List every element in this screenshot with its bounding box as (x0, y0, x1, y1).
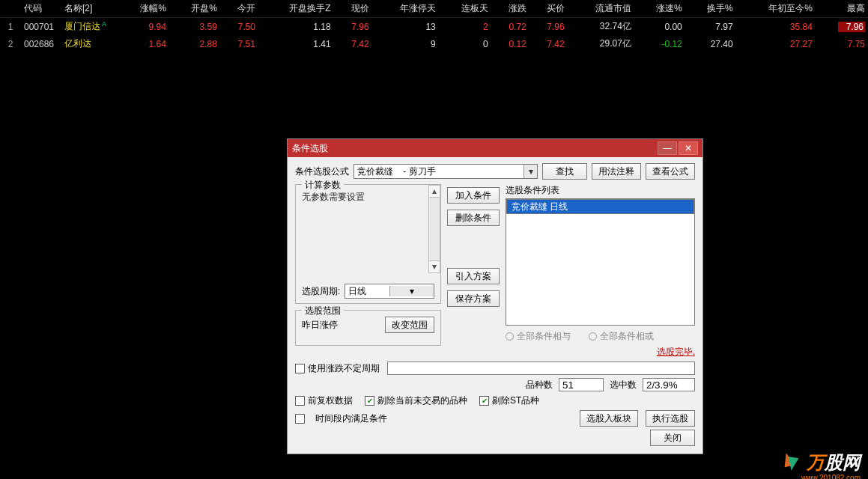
radio-or[interactable]: 全部条件相或 (589, 330, 654, 343)
col-header[interactable]: 换手% (685, 0, 736, 18)
cell: 27.27 (736, 35, 816, 52)
cell: 7.75 (816, 35, 868, 52)
cell: 13 (372, 18, 439, 36)
formula-input[interactable] (354, 165, 523, 178)
close-button[interactable]: 关闭 (650, 430, 695, 446)
params-scrollbar[interactable]: ▴ ▾ (428, 185, 440, 273)
chevron-down-icon[interactable]: ▾ (523, 165, 537, 178)
col-header[interactable]: 年涨停天 (372, 0, 439, 18)
close-icon[interactable]: ✕ (679, 141, 698, 155)
condition-listbox[interactable]: 竞价裁缝 日线 (506, 198, 695, 326)
cell: 35.84 (736, 18, 816, 36)
excl-st-label: 剔除ST品种 (492, 394, 539, 407)
import-plan-button[interactable]: 引入方案 (447, 268, 500, 284)
col-header[interactable] (0, 0, 21, 18)
cell: 29.07亿 (568, 35, 634, 52)
params-group: 计算参数 无参数需要设置 ▴ ▾ 选股周期: 日线 ▾ (295, 184, 441, 304)
cell: 000701 (21, 18, 61, 36)
chevron-down-icon[interactable]: ▾ (389, 286, 434, 296)
scroll-down-icon[interactable]: ▾ (429, 260, 440, 272)
variety-count-label: 品种数 (526, 379, 553, 391)
in-period-label: 时间段内满足条件 (315, 412, 387, 425)
cell: 1.64 (118, 35, 169, 52)
formula-combo[interactable]: ▾ (353, 164, 538, 179)
cell: 7.96 (816, 18, 868, 36)
find-button[interactable]: 查找 (542, 163, 587, 180)
cell: 1.18 (258, 18, 334, 36)
cell: 7.96 (529, 18, 568, 36)
col-header[interactable]: 买价 (529, 0, 568, 18)
formula-label: 条件选股公式 (295, 165, 349, 178)
col-header[interactable]: 最高 (816, 0, 868, 18)
cell: 9.94 (118, 18, 169, 36)
range-text: 昨日涨停 (302, 319, 338, 332)
selection-done-link[interactable]: 选股完毕. (506, 346, 695, 359)
col-header[interactable]: 涨速% (634, 0, 685, 18)
col-header[interactable]: 开盘% (169, 0, 220, 18)
cell: 9 (372, 35, 439, 52)
cell: 7.42 (334, 35, 372, 52)
scroll-up-icon[interactable]: ▴ (429, 186, 440, 198)
table-row[interactable]: 1000701厦门信达A9.943.597.501.187.961320.727… (0, 18, 868, 36)
period-label: 选股周期: (302, 285, 340, 298)
cell: 7.50 (220, 18, 258, 36)
dialog-titlebar[interactable]: 条件选股 — ✕ (288, 139, 702, 157)
cell: 亿利达 (61, 35, 118, 52)
cell: 32.74亿 (568, 18, 634, 36)
delete-condition-button[interactable]: 删除条件 (447, 210, 500, 226)
add-condition-button[interactable]: 加入条件 (447, 187, 500, 204)
col-header[interactable]: 连板天 (439, 0, 491, 18)
minimize-button[interactable]: — (658, 141, 677, 155)
to-block-button[interactable]: 选股入板块 (580, 410, 638, 427)
radio-and[interactable]: 全部条件相与 (506, 330, 571, 343)
params-group-title: 计算参数 (302, 179, 344, 192)
period-value: 日线 (345, 285, 389, 298)
table-header-row: 代码名称[2]涨幅%开盘%今开开盘换手Z现价年涨停天连板天涨跌买价流通市值涨速%… (0, 0, 868, 18)
cell: 0 (439, 35, 491, 52)
cell: 1 (0, 18, 21, 36)
var-period-label: 使用涨跌不定周期 (308, 362, 380, 375)
fq-checkbox[interactable] (295, 396, 305, 406)
cell: 0.72 (491, 18, 529, 36)
run-select-button[interactable]: 执行选股 (646, 410, 695, 427)
var-period-input[interactable] (387, 361, 695, 375)
view-formula-button[interactable]: 查看公式 (646, 163, 695, 180)
excl-notrade-checkbox[interactable]: ✔ (365, 396, 374, 406)
dialog-title: 条件选股 (292, 139, 328, 157)
col-header[interactable]: 涨跌 (491, 0, 529, 18)
usage-button[interactable]: 用法注释 (592, 163, 641, 180)
cell: 1.41 (258, 35, 334, 52)
col-header[interactable]: 流通市值 (568, 0, 634, 18)
range-group: 选股范围 昨日涨停 改变范围 (295, 310, 441, 346)
cell: 2.88 (169, 35, 220, 52)
params-text: 无参数需要设置 (302, 191, 434, 204)
condition-select-dialog: 条件选股 — ✕ 条件选股公式 ▾ 查找 用法注释 查看公式 计算参数 无参数需… (287, 138, 703, 454)
table-row[interactable]: 2002686亿利达1.642.887.511.417.42900.127.42… (0, 35, 868, 52)
selected-count-label: 选中数 (610, 379, 637, 391)
list-item[interactable]: 竞价裁缝 日线 (506, 199, 694, 214)
col-header[interactable]: 年初至今% (736, 0, 816, 18)
watermark: 万股网 www.201082.com (780, 451, 861, 475)
cell: -0.12 (634, 35, 685, 52)
cell: 2 (0, 35, 21, 52)
cell: 7.42 (529, 35, 568, 52)
col-header[interactable]: 名称[2] (61, 0, 118, 18)
cell: 7.97 (685, 18, 736, 36)
cell: 0.12 (491, 35, 529, 52)
col-header[interactable]: 涨幅% (118, 0, 169, 18)
watermark-logo-icon (780, 451, 802, 474)
col-header[interactable]: 现价 (334, 0, 372, 18)
period-select[interactable]: 日线 ▾ (345, 284, 434, 299)
change-range-button[interactable]: 改变范围 (385, 317, 434, 333)
cell: 7.51 (220, 35, 258, 52)
excl-st-checkbox[interactable]: ✔ (479, 396, 489, 406)
cell: 2 (439, 18, 491, 36)
col-header[interactable]: 今开 (220, 0, 258, 18)
selected-count-field (643, 378, 695, 391)
col-header[interactable]: 开盘换手Z (258, 0, 334, 18)
save-plan-button[interactable]: 保存方案 (447, 290, 500, 307)
variety-count-field (559, 378, 604, 391)
var-period-checkbox[interactable] (295, 364, 305, 373)
col-header[interactable]: 代码 (21, 0, 61, 18)
in-period-checkbox[interactable] (295, 414, 305, 424)
